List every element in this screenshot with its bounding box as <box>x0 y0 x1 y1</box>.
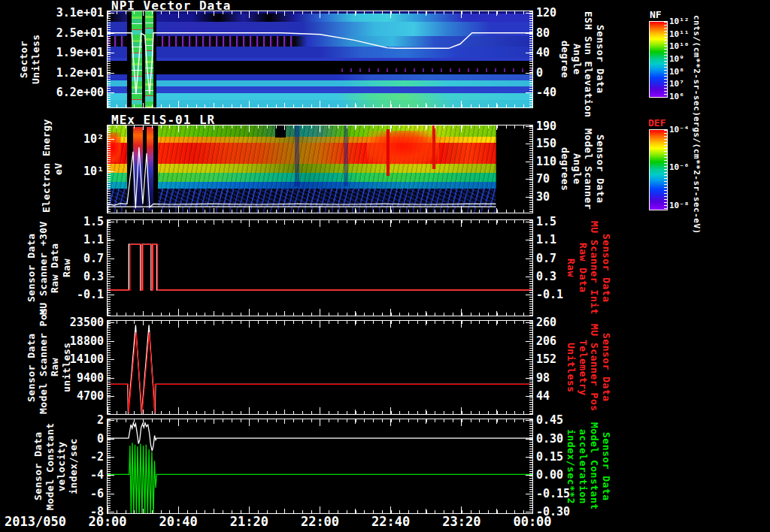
x-axis-tick-mark <box>496 419 497 424</box>
x-axis-tick-mark <box>214 509 214 513</box>
x-axis-tick-mark <box>426 419 426 424</box>
x-axis-tick-mark <box>355 419 356 424</box>
y-axis-tick-mark <box>108 439 114 440</box>
y2-axis-tick-mark <box>526 457 532 458</box>
data-trace <box>108 443 532 513</box>
x-axis-tick-mark <box>355 509 356 513</box>
x-axis-tick-mark <box>461 506 462 513</box>
x-axis-tick-mark <box>178 506 179 513</box>
x-axis-tick-mark <box>284 509 285 513</box>
x-axis-tick-mark <box>143 509 144 513</box>
y2-axis-tick-mark <box>526 494 532 494</box>
plot-area-model-constant-velocity <box>108 419 532 513</box>
x-axis-tick-mark <box>249 419 250 426</box>
x-axis-tick-mark <box>143 419 144 424</box>
x-axis-tick-mark <box>214 419 214 424</box>
y-axis-tick-mark <box>108 512 114 512</box>
plot-box-model-constant-velocity <box>107 419 533 514</box>
y-axis-tick-mark <box>108 494 114 494</box>
data-trace <box>108 423 532 451</box>
trace-overlay <box>108 419 532 513</box>
x-axis-tick-mark <box>320 419 320 426</box>
y-axis-tick-mark <box>108 457 114 458</box>
x-axis-tick-mark <box>461 419 462 426</box>
y2-axis-tick-mark <box>526 439 532 440</box>
y2-axis-tick-mark <box>526 475 532 476</box>
x-axis-tick-mark <box>249 506 250 513</box>
y2-axis-tick-mark <box>526 420 532 421</box>
x-axis-tick-mark <box>496 509 497 513</box>
y2-axis-tick-mark <box>526 512 532 512</box>
x-axis-tick-mark <box>178 419 179 426</box>
x-axis-tick-mark <box>320 506 320 513</box>
y-axis-tick-mark <box>108 420 114 421</box>
y-axis-tick-mark <box>108 475 114 476</box>
x-axis-tick-mark <box>284 419 285 424</box>
y-axis-title-model-constant-velocity: Sensor Data Model Constant velocity inde… <box>32 419 77 513</box>
science-plot-window: NF 10¹²10¹¹10¹⁰10⁹10⁸10⁷10⁶ cnts/(cm**2-… <box>0 0 770 532</box>
x-axis-tick-mark <box>390 506 391 513</box>
x-axis-tick-mark <box>426 509 426 513</box>
panel-model-constant-velocity: 20-2-4-6-80.450.300.150.00-0.15-0.30Sens… <box>0 0 770 532</box>
x-axis-tick-mark <box>390 419 391 426</box>
y2-axis-title-model-constant-velocity: Sensor Data Model Constant acceleration … <box>564 419 612 513</box>
